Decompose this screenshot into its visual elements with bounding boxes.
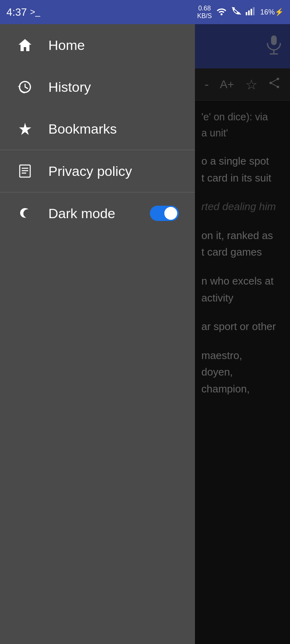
status-time: 4:37 (6, 6, 27, 19)
bookmarks-label: Bookmarks (48, 121, 117, 137)
no-call-icon (231, 6, 242, 18)
wifi-icon (216, 6, 227, 18)
menu-item-privacy[interactable]: Privacy policy (0, 150, 195, 192)
privacy-label: Privacy policy (48, 163, 132, 179)
moon-icon (16, 206, 34, 221)
star-icon (16, 121, 34, 136)
status-bar: 4:37 >_ 0.68KB/S 16%⚡ (0, 0, 290, 24)
svg-rect-3 (251, 9, 252, 15)
dark-mode-label: Dark mode (48, 206, 115, 221)
svg-rect-4 (253, 7, 255, 15)
status-terminal: >_ (30, 7, 40, 17)
history-icon (16, 79, 34, 95)
signal-icon (246, 6, 256, 18)
status-data-speed: 0.68KB/S (197, 4, 212, 20)
dark-mode-toggle[interactable] (150, 206, 179, 221)
menu-item-history[interactable]: History (0, 66, 195, 108)
toggle-track[interactable] (150, 206, 179, 221)
status-battery: 16%⚡ (260, 8, 284, 17)
menu-item-dark-mode[interactable]: Dark mode (0, 192, 195, 234)
home-label: Home (48, 37, 85, 53)
svg-rect-2 (248, 10, 250, 15)
menu-item-bookmarks[interactable]: Bookmarks (0, 108, 195, 150)
toggle-thumb (164, 207, 177, 220)
drawer-menu: Home History Bookmarks (0, 24, 195, 644)
history-label: History (48, 79, 91, 95)
status-bar-left: 4:37 >_ (6, 6, 40, 19)
home-icon (16, 37, 34, 53)
svg-rect-1 (246, 12, 247, 15)
menu-item-home[interactable]: Home (0, 24, 195, 66)
status-bar-right: 0.68KB/S 16%⚡ (197, 4, 284, 20)
policy-icon (16, 163, 34, 179)
